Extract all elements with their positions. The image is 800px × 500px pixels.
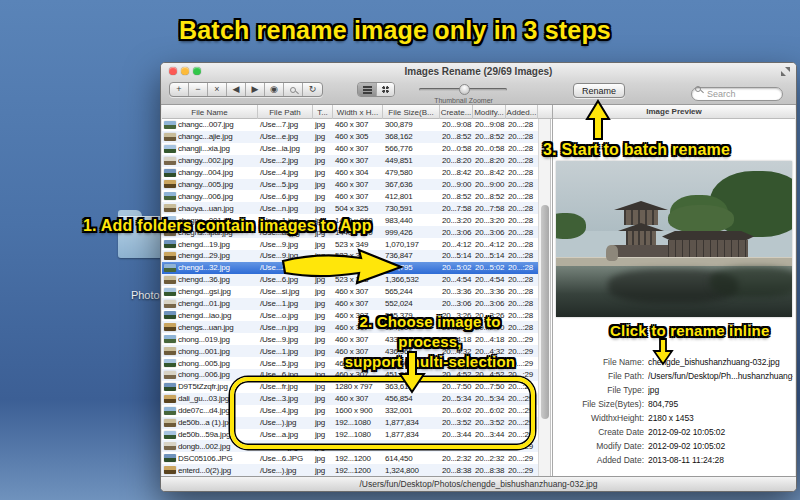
file-size: 999,426 (383, 228, 440, 237)
grid-view-button[interactable] (376, 83, 394, 96)
embankment (556, 257, 792, 266)
toolbar-next-button[interactable]: ▶ (246, 83, 265, 96)
rename-button[interactable]: Rename (573, 83, 625, 98)
arrow-inline-down-icon (652, 338, 674, 366)
file-dimensions: 460 x 307 (333, 192, 383, 201)
annotation-step2: 2. Choose image to process, support mult… (330, 312, 530, 372)
file-name: chengd...19.jpg (178, 240, 230, 249)
toolbar-search-button[interactable] (284, 83, 303, 96)
modify-date: 20...8:52 (473, 192, 506, 201)
info-value[interactable]: 2180 x 1453 (648, 413, 793, 423)
slider-knob[interactable] (459, 84, 470, 95)
column-header-type[interactable]: T... (313, 105, 333, 119)
file-name: DSC05106.JPG (178, 454, 233, 463)
file-thumbnail (164, 157, 176, 165)
file-type: jpg (313, 180, 333, 189)
annotation-step2-line1: 2. Choose image to process, (330, 312, 530, 352)
added-date: 20...:28 (506, 120, 538, 129)
modify-date: 20...8:42 (473, 168, 506, 177)
file-size: 614,450 (383, 454, 440, 463)
toolbar-previous-button[interactable]: ◀ (227, 83, 246, 96)
toolbar-add-button[interactable]: + (170, 83, 189, 96)
file-type: jpg (313, 466, 333, 475)
file-name: chengs...uan.jpg (178, 323, 234, 332)
info-value[interactable]: jpg (648, 385, 793, 395)
column-header-dim[interactable]: Width x H... (333, 105, 383, 119)
toolbar-delete-button[interactable]: × (208, 83, 227, 96)
modify-date: 20...5:14 (473, 251, 506, 260)
modify-date: 20...3:06 (473, 299, 506, 308)
scrollbar-thumb[interactable] (541, 205, 549, 419)
file-type: jpg (313, 132, 333, 141)
file-path: /Use...5.jpg (258, 359, 313, 368)
file-thumbnail (164, 466, 176, 474)
file-name: chong...006.jpg (178, 370, 230, 379)
file-dimensions: 460 x 305 (333, 132, 383, 141)
file-thumbnail (164, 407, 176, 415)
modify-date: 20...2:32 (473, 454, 506, 463)
info-label: Added Date: (553, 455, 648, 465)
table-row[interactable]: chaoya...uan.jpg/Use...n.jpgjpg504 x 325… (162, 202, 538, 214)
info-value[interactable]: 2013-08-11 11:24:28 (648, 455, 793, 465)
file-dimensions: 460 x 307 (333, 180, 383, 189)
toolbar-refresh-button[interactable]: ↻ (303, 83, 322, 96)
file-type: jpg (313, 287, 333, 296)
file-path: /Use...5.jpg (258, 180, 313, 189)
table-row[interactable]: changji...xia.jpg/Use...ia.jpgjpg460 x 3… (162, 143, 538, 155)
file-thumbnail (164, 169, 176, 177)
column-header-path[interactable]: File Path (258, 105, 313, 119)
table-row[interactable]: changy...002.jpg/Use...2.jpgjpg460 x 307… (162, 155, 538, 167)
list-view-button[interactable] (358, 83, 376, 96)
column-header-cre[interactable]: Create... (440, 105, 473, 119)
window-chrome: Images Rename (29/69 Images) +−×◀▶◉↻ Thu… (161, 63, 796, 105)
table-row[interactable]: changc...007.jpg/Use...7.jpgjpg460 x 307… (162, 119, 538, 131)
preview-image (556, 161, 792, 317)
file-name: changc...ajie.jpg (178, 132, 232, 141)
search-icon (695, 86, 701, 92)
info-row: Added Date:2013-08-11 11:24:28 (553, 453, 793, 467)
file-size: 983,440 (383, 216, 440, 225)
file-thumbnail (164, 240, 176, 248)
column-header-size[interactable]: File Size(B... (383, 105, 440, 119)
table-row[interactable]: enterd...0(2).jpg/Use...).jpgjpg192...12… (162, 464, 538, 476)
table-row[interactable]: changy...005.jpg/Use...5.jpgjpg460 x 307… (162, 179, 538, 191)
file-thumbnail (164, 383, 176, 391)
added-date: 20...:29 (506, 454, 538, 463)
toolbar-preview-button[interactable]: ◉ (265, 83, 284, 96)
create-date: 20...8:20 (440, 156, 473, 165)
column-header-mod[interactable]: Modify... (473, 105, 506, 119)
minimize-button[interactable] (181, 67, 189, 75)
pagoda (626, 231, 656, 245)
file-type: jpg (313, 156, 333, 165)
table-row[interactable]: changy...006.jpg/Use...6.jpgjpg460 x 307… (162, 190, 538, 202)
table-row[interactable]: DSC05106.JPG/Use...6.JPGjpg192...1200614… (162, 452, 538, 464)
table-row[interactable]: chengd...01.jpg/Use...1.jpgjpg460 x 3075… (162, 298, 538, 310)
info-value[interactable]: 2012-09-02 10:05:02 (648, 441, 793, 451)
file-path: /Use...e.jpg (258, 132, 313, 141)
file-name: chong...019.jpg (178, 335, 230, 344)
column-header-add[interactable]: Added... (506, 105, 538, 119)
toolbar-remove-button[interactable]: − (189, 83, 208, 96)
create-date: 20...2:32 (440, 454, 473, 463)
info-value[interactable]: 2012-09-02 10:05:02 (648, 427, 793, 437)
added-date: 20...:28 (506, 132, 538, 141)
file-thumbnail (164, 454, 176, 462)
table-row[interactable]: changc...ajie.jpg/Use...e.jpgjpg460 x 30… (162, 131, 538, 143)
added-date: 20...:28 (506, 180, 538, 189)
zoom-button[interactable] (193, 67, 201, 75)
create-date: 20...8:52 (440, 132, 473, 141)
file-name: enterd...0(2).jpg (178, 466, 231, 475)
close-button[interactable] (169, 67, 177, 75)
table-row[interactable]: changy...004.jpg/Use...4.jpgjpg460 x 304… (162, 167, 538, 179)
table-scrollbar[interactable] (538, 119, 551, 476)
column-header-name[interactable]: File Name (162, 105, 258, 119)
added-date: 20...:28 (506, 192, 538, 201)
fullscreen-icon[interactable] (781, 67, 790, 76)
info-value[interactable]: 804,795 (648, 399, 793, 409)
info-value[interactable]: /Users/fun/Desktop/Ph...hushanzhuang-032… (648, 371, 793, 381)
search-box (691, 83, 783, 97)
create-date: 20...8:52 (440, 192, 473, 201)
thumbnail-zoomer-slider[interactable] (419, 88, 507, 91)
search-input[interactable] (691, 87, 783, 101)
file-size: 552,024 (383, 299, 440, 308)
